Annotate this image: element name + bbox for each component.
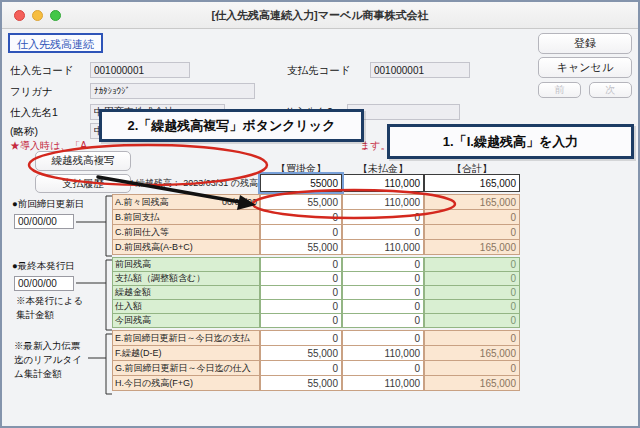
cell-amount: 0: [260, 360, 342, 376]
row-label: F.繰越(D-E): [112, 345, 260, 361]
table-row: 前回残高000: [112, 257, 520, 272]
furigana-label: フリガナ: [10, 85, 53, 99]
cell-amount: 0: [342, 271, 424, 286]
table-row: F.繰越(D-E)55,000110,000165,000: [112, 345, 520, 361]
supplier-code-label: 仕入先コード: [10, 64, 74, 78]
group-bracket-realtime: [88, 334, 112, 394]
realtime-total-note-line3: ム集計金額: [14, 368, 62, 381]
cell-total: 0: [424, 299, 520, 314]
payee-code-input[interactable]: [370, 62, 470, 78]
furigana-input[interactable]: [90, 83, 255, 99]
last-issue-date-label: ●最終本発行日: [12, 260, 75, 273]
cancel-button[interactable]: キャンセル: [538, 57, 632, 78]
cell-amount: 55,000: [260, 239, 342, 255]
cell-amount: 55,000: [260, 345, 342, 361]
cell-amount: 110,000: [342, 239, 424, 255]
abbreviation-label: (略称): [10, 125, 38, 139]
row-label: I.繰越残高： 2023/03/31 の残高: [112, 174, 260, 192]
cell-total: 165,000: [424, 194, 520, 210]
table-row: 仕入額000: [112, 299, 520, 314]
table-row: 繰越金額000: [112, 285, 520, 300]
cell-total[interactable]: 165,000: [424, 174, 520, 192]
cell-amount: 0: [260, 224, 342, 240]
cell-total: 0: [424, 360, 520, 376]
realtime-total-note-line2: 迄のリアルタイ: [14, 354, 82, 367]
supplier-code-input[interactable]: [90, 62, 190, 78]
row-label: 前回残高: [112, 257, 260, 272]
cell-amount: 0: [260, 330, 342, 346]
cell-total: 0: [424, 271, 520, 286]
register-button[interactable]: 登録: [538, 33, 632, 54]
cell-amount: 0: [342, 285, 424, 300]
intro-note-right: ます。: [360, 139, 390, 153]
row-label: G.前回締日更新日～今日迄の仕入: [112, 360, 260, 376]
cell-amount[interactable]: 110,000: [342, 174, 424, 192]
callout-step2: 2.「繰越残高複写」ボタンクリック: [99, 109, 364, 142]
issue-total-note-line2: 集計金額: [16, 309, 54, 322]
window-title: [仕入先残高連続入力]マーベル商事株式会社: [2, 8, 638, 23]
cell-amount: 0: [260, 285, 342, 300]
row-label: D.前回残高(A-B+C): [112, 239, 260, 255]
cell-amount: 110,000: [342, 345, 424, 361]
row-label: E.前回締日更新日～今日迄の支払: [112, 330, 260, 346]
payee-code-label: 支払先コード: [287, 64, 351, 78]
cell-total: 0: [424, 313, 520, 328]
next-button[interactable]: 次: [589, 82, 632, 98]
supplier-name1-label: 仕入先名1: [10, 106, 58, 120]
table-row: B.前回支払000: [112, 209, 520, 225]
cell-amount: 110,000: [342, 375, 424, 391]
table-row: I.繰越残高： 2023/03/31 の残高55000110,000165,00…: [112, 174, 520, 192]
cell-total: 0: [424, 224, 520, 240]
row-label: 繰越金額: [112, 285, 260, 300]
prev-closing-date-field[interactable]: 00/00/00: [14, 214, 74, 229]
screen-name-badge: 仕入先残高連続: [8, 33, 103, 53]
cell-total: 0: [424, 209, 520, 225]
cell-amount: 55,000: [260, 194, 342, 210]
row-label: H.今日の残高(F+G): [112, 375, 260, 391]
cell-amount: 55,000: [260, 375, 342, 391]
previous-button[interactable]: 前: [538, 82, 581, 98]
table-row: 今回残高000: [112, 313, 520, 328]
cell-amount: 0: [342, 224, 424, 240]
cell-total: 165,000: [424, 239, 520, 255]
row-label: B.前回支払: [112, 209, 260, 225]
cell-amount: 0: [342, 360, 424, 376]
cell-amount: 0: [342, 299, 424, 314]
table-row: G.前回締日更新日～今日迄の仕入000: [112, 360, 520, 376]
issue-total-note-line1: ※本発行による: [16, 295, 83, 308]
cell-amount: 0: [342, 257, 424, 272]
cell-total: 165,000: [424, 375, 520, 391]
balance-table: 【買掛金】【未払金】【合計】I.繰越残高： 2023/03/31 の残高5500…: [112, 162, 520, 391]
row-label: A.前々回残高00/00/00: [112, 194, 260, 210]
realtime-total-note-line1: ※最新入力伝票: [14, 340, 81, 353]
cell-total: 0: [424, 285, 520, 300]
row-label: 支払額（調整額含む）: [112, 271, 260, 286]
row-label: 仕入額: [112, 299, 260, 314]
table-row: H.今日の残高(F+G)55,000110,000165,000: [112, 375, 520, 391]
row-label: C.前回仕入等: [112, 224, 260, 240]
row-label: 今回残高: [112, 313, 260, 328]
cell-total: 0: [424, 257, 520, 272]
table-row: D.前回残高(A-B+C)55,000110,000165,000: [112, 239, 520, 255]
cell-amount: 0: [260, 257, 342, 272]
cell-amount: 0: [260, 271, 342, 286]
cell-total: 165,000: [424, 345, 520, 361]
prev-closing-update-label: ●前回締日更新日: [12, 198, 84, 211]
cell-total: 0: [424, 330, 520, 346]
cell-amount[interactable]: 55000: [260, 174, 342, 192]
cell-amount: 0: [260, 299, 342, 314]
table-row: C.前回仕入等000: [112, 224, 520, 240]
title-bar: [仕入先残高連続入力]マーベル商事株式会社: [2, 2, 638, 29]
app-window: [仕入先残高連続入力]マーベル商事株式会社 仕入先残高連続 登録 キャンセル 前…: [0, 0, 640, 428]
last-issue-date-field[interactable]: 00/00/00: [14, 276, 74, 291]
table-row: 支払額（調整額含む）000: [112, 271, 520, 286]
cell-amount: 0: [260, 209, 342, 225]
cell-amount: 110,000: [342, 194, 424, 210]
callout-step1: 1.「I.繰越残高」を入力: [387, 124, 634, 159]
cell-amount: 0: [342, 209, 424, 225]
table-row: A.前々回残高00/00/0055,000110,000165,000: [112, 194, 520, 210]
cell-amount: 0: [342, 313, 424, 328]
cell-amount: 0: [260, 313, 342, 328]
table-row: E.前回締日更新日～今日迄の支払000: [112, 330, 520, 346]
cell-amount: 0: [342, 330, 424, 346]
